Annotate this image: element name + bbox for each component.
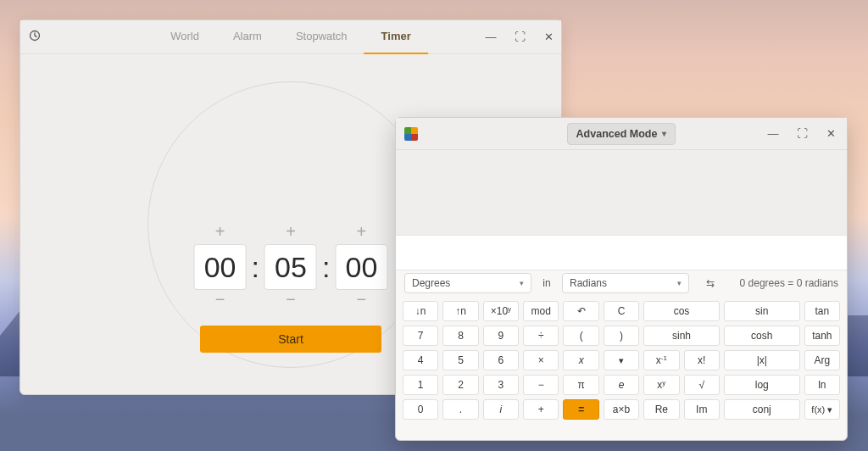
key-sqrt[interactable]: √ bbox=[684, 375, 720, 395]
key-minus[interactable]: − bbox=[523, 375, 559, 395]
conv-from-select[interactable]: Degrees ▾ bbox=[404, 273, 531, 293]
key-1[interactable]: 1 bbox=[403, 375, 438, 395]
chevron-down-icon: ▾ bbox=[520, 279, 524, 287]
key-div[interactable]: ÷ bbox=[523, 326, 559, 346]
key-tan[interactable]: tan bbox=[804, 301, 840, 321]
timer-time-picker: + 00 − : + 05 − : + 00 − bbox=[194, 222, 388, 312]
close-button[interactable]: ✕ bbox=[541, 31, 556, 43]
calculator-titlebar: Advanced Mode ▾ — ⛶ ✕ bbox=[396, 118, 847, 150]
key-9[interactable]: 9 bbox=[483, 326, 519, 346]
key-dropdown[interactable]: ▾ bbox=[604, 350, 639, 370]
calculator-window: Advanced Mode ▾ — ⛶ ✕ Degrees ▾ in Radia… bbox=[395, 117, 848, 441]
key-x[interactable]: x bbox=[563, 350, 598, 370]
key-6[interactable]: 6 bbox=[483, 350, 519, 370]
key-2[interactable]: 2 bbox=[442, 375, 478, 395]
key-abs[interactable]: |x| bbox=[724, 350, 800, 370]
key-xinv[interactable]: x-1 bbox=[643, 350, 679, 370]
key-0[interactable]: 0 bbox=[403, 399, 438, 420]
key-xy[interactable]: xy bbox=[643, 375, 679, 395]
chevron-down-icon: ▾ bbox=[677, 279, 682, 287]
clocks-tabs: World Alarm Stopwatch Timer bbox=[153, 20, 428, 54]
hours-minus[interactable]: − bbox=[215, 290, 225, 312]
key-mul[interactable]: × bbox=[523, 350, 559, 370]
key-7[interactable]: 7 bbox=[403, 326, 438, 346]
start-button[interactable]: Start bbox=[200, 326, 381, 353]
maximize-button[interactable]: ⛶ bbox=[512, 31, 527, 43]
unit-conversion-row: Degrees ▾ in Radians ▾ ⇆ 0 degrees = 0 r… bbox=[396, 270, 847, 296]
minutes-plus[interactable]: + bbox=[286, 222, 296, 244]
key-axb[interactable]: a×b bbox=[604, 399, 639, 420]
key-arg[interactable]: Arg bbox=[804, 350, 840, 370]
minimize-button[interactable]: — bbox=[765, 127, 781, 140]
key-fact[interactable]: x! bbox=[684, 350, 720, 370]
key-i[interactable]: i bbox=[483, 399, 519, 420]
key-cos[interactable]: cos bbox=[643, 301, 720, 321]
key-shift-up[interactable]: ↑n bbox=[442, 301, 478, 321]
key-clear[interactable]: C bbox=[604, 301, 639, 321]
key-mod[interactable]: mod bbox=[523, 301, 559, 321]
clocks-titlebar: World Alarm Stopwatch Timer — ⛶ ✕ bbox=[20, 20, 561, 54]
key-plus[interactable]: + bbox=[523, 399, 559, 420]
key-lparen[interactable]: ( bbox=[563, 326, 598, 346]
key-rparen[interactable]: ) bbox=[604, 326, 639, 346]
key-shift-down[interactable]: ↓n bbox=[403, 301, 438, 321]
key-tanh[interactable]: tanh bbox=[804, 326, 840, 346]
tab-world[interactable]: World bbox=[153, 20, 216, 54]
chevron-down-icon: ▾ bbox=[662, 129, 666, 138]
calc-input-display[interactable] bbox=[396, 235, 847, 270]
key-4[interactable]: 4 bbox=[403, 350, 438, 370]
conv-result: 0 degrees = 0 radians bbox=[740, 277, 838, 289]
key-sinh[interactable]: sinh bbox=[643, 326, 720, 346]
maximize-button[interactable]: ⛶ bbox=[794, 127, 810, 140]
conv-in-label: in bbox=[538, 277, 555, 289]
seconds-plus[interactable]: + bbox=[357, 222, 367, 244]
seconds-minus[interactable]: − bbox=[357, 290, 367, 312]
key-undo[interactable]: ↶ bbox=[563, 301, 598, 321]
key-dot[interactable]: . bbox=[442, 399, 478, 420]
tab-timer[interactable]: Timer bbox=[364, 20, 428, 54]
tab-alarm[interactable]: Alarm bbox=[216, 20, 279, 54]
colon: : bbox=[250, 251, 261, 284]
key-5[interactable]: 5 bbox=[442, 350, 478, 370]
key-conj[interactable]: conj bbox=[724, 399, 800, 420]
minimize-button[interactable]: — bbox=[483, 31, 498, 43]
conv-to-label: Radians bbox=[570, 277, 607, 289]
mode-selector[interactable]: Advanced Mode ▾ bbox=[567, 123, 676, 145]
colon: : bbox=[320, 251, 331, 284]
calculator-app-icon bbox=[404, 127, 418, 141]
key-equals[interactable]: = bbox=[563, 399, 598, 420]
conv-from-label: Degrees bbox=[412, 277, 450, 289]
key-pi[interactable]: π bbox=[563, 375, 598, 395]
key-log[interactable]: log bbox=[724, 375, 800, 395]
minutes-minus[interactable]: − bbox=[286, 290, 296, 312]
conv-to-select[interactable]: Radians ▾ bbox=[562, 273, 689, 293]
calc-history-display bbox=[396, 150, 847, 235]
key-ln[interactable]: ln bbox=[804, 375, 840, 395]
tab-stopwatch[interactable]: Stopwatch bbox=[279, 20, 364, 54]
calculator-window-controls: — ⛶ ✕ bbox=[765, 127, 838, 140]
close-button[interactable]: ✕ bbox=[823, 127, 838, 140]
key-8[interactable]: 8 bbox=[442, 326, 478, 346]
swap-button[interactable]: ⇆ bbox=[696, 277, 725, 289]
key-3[interactable]: 3 bbox=[483, 375, 519, 395]
key-re[interactable]: Re bbox=[643, 399, 679, 420]
clocks-window-controls: — ⛶ ✕ bbox=[483, 31, 556, 43]
mode-label: Advanced Mode bbox=[576, 128, 658, 140]
minutes-field[interactable]: 05 bbox=[264, 244, 317, 290]
hours-field[interactable]: 00 bbox=[194, 244, 247, 290]
key-sin[interactable]: sin bbox=[724, 301, 800, 321]
key-cosh[interactable]: cosh bbox=[724, 326, 800, 346]
clock-icon bbox=[29, 30, 41, 45]
hours-plus[interactable]: + bbox=[215, 222, 225, 244]
key-e[interactable]: e bbox=[604, 375, 639, 395]
seconds-field[interactable]: 00 bbox=[335, 244, 387, 290]
key-fx[interactable]: f(x) ▾ bbox=[804, 399, 840, 420]
key-im[interactable]: Im bbox=[684, 399, 720, 420]
keypad: ↓n↑n×10ymod↶Ccossintan789÷()sinhcoshtanh… bbox=[396, 296, 847, 440]
key-sci[interactable]: ×10y bbox=[483, 301, 519, 321]
